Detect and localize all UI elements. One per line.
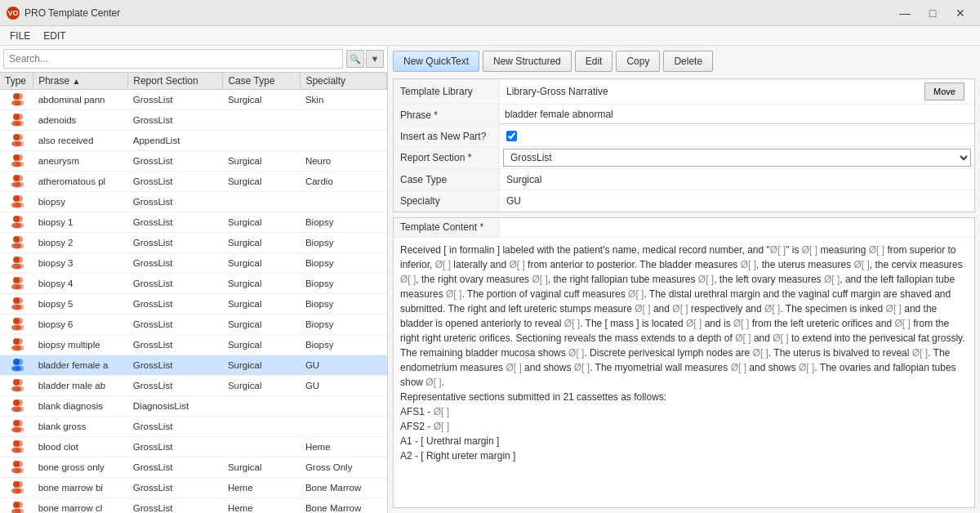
phrase-label: Phrase * [394,105,500,125]
row-case-type: Surgical [223,151,301,172]
row-phrase: also received [33,131,128,151]
row-case-type: Surgical [223,90,301,110]
svg-point-46 [16,318,23,324]
table-row[interactable]: bone marrow cl GrossList Heme Bone Marro… [0,498,387,514]
report-section-row: Report Section * GrossList [394,147,974,169]
row-phrase: bladder female a [33,355,128,376]
field-marker: Ø[ ] [698,274,714,285]
table-row[interactable]: biopsy 6 GrossList Surgical Biopsy [0,314,387,335]
template-library-value: Library-Gross Narrative [506,86,608,97]
field-marker: Ø[ ] [672,303,688,314]
copy-button[interactable]: Copy [616,51,660,72]
case-type-value: Surgical [500,171,974,189]
row-type-icon [0,457,33,478]
col-type[interactable]: Type [0,73,33,90]
field-marker: Ø[ ] [686,318,702,329]
table-row[interactable]: blood clot GrossList Heme [0,437,387,457]
row-specialty: Biopsy [301,233,387,253]
new-quicktext-button[interactable]: New QuickText [393,51,479,72]
row-specialty: Cardio [301,172,387,192]
table-row[interactable]: bone gross only GrossList Surgical Gross… [0,457,387,478]
row-case-type: Surgical [223,314,301,335]
row-type-icon [0,212,33,233]
row-specialty: Biopsy [301,314,387,335]
table-row[interactable]: bladder female a GrossList Surgical GU [0,355,387,376]
insert-as-new-part-checkbox[interactable] [506,131,517,141]
specialty-row: Specialty GU [394,190,974,212]
menu-edit[interactable]: EDIT [37,29,72,43]
table-row[interactable]: biopsy 1 GrossList Surgical Biopsy [0,212,387,233]
edit-button[interactable]: Edit [575,51,613,72]
table-row[interactable]: bladder male ab GrossList Surgical GU [0,376,387,396]
table-row[interactable]: also received AppendList [0,131,387,151]
row-type-icon [0,417,33,437]
field-marker: Ø[ ] [446,288,461,300]
phrase-input[interactable] [500,106,974,124]
field-marker: Ø[ ] [802,244,817,256]
svg-point-54 [16,359,23,365]
close-button[interactable]: ✕ [947,5,973,21]
row-case-type [223,437,301,457]
row-phrase: bone marrow cl [33,498,128,514]
row-report-section: DiagnosisList [128,396,223,417]
report-section-label: Report Section * [394,147,500,168]
field-marker: Ø[ ] [894,318,910,329]
row-type-icon [0,355,33,376]
search-icon-btn[interactable]: 🔍 [346,50,364,68]
table-row[interactable]: bone marrow bi GrossList Heme Bone Marro… [0,478,387,498]
minimize-button[interactable]: — [892,5,918,21]
field-content: in formalin [449,244,494,256]
col-report-section[interactable]: Report Section [128,73,223,90]
table-row[interactable]: blank diagnosis DiagnosisList [0,396,387,417]
maximize-button[interactable]: □ [920,5,946,21]
template-content-body[interactable]: Received [ in formalin ] labeled with th… [394,238,974,466]
move-button[interactable]: Move [924,83,964,100]
row-phrase: biopsy multiple [33,335,128,355]
table-row[interactable]: abdominal pann GrossList Surgical Skin [0,90,387,110]
field-marker: Ø[ ] [886,303,902,314]
table-row[interactable]: aneurysm GrossList Surgical Neuro [0,151,387,172]
filter-icon-btn[interactable]: ▼ [366,50,384,68]
title-bar-left: VO PRO Template Center [7,7,120,20]
row-specialty: Skin [301,90,387,110]
new-structured-button[interactable]: New Structured [483,51,572,72]
form-section: Template Library Library-Gross Narrative… [393,78,975,212]
report-section-select[interactable]: GrossList [503,149,971,167]
row-case-type: Surgical [223,212,301,233]
field-content: Left ureter margin [426,465,504,466]
row-report-section: GrossList [128,457,223,478]
field-marker: Ø[ ] [574,362,590,373]
table-row[interactable]: adenoids GrossList [0,110,387,131]
table-row[interactable]: biopsy 2 GrossList Surgical Biopsy [0,233,387,253]
table-row[interactable]: biopsy 4 GrossList Surgical Biopsy [0,274,387,294]
row-phrase: biopsy 4 [33,274,128,294]
specialty-label: Specialty [394,190,500,212]
svg-point-30 [16,236,23,243]
field-marker: Ø[ ] [434,421,449,432]
menu-file[interactable]: FILE [3,29,37,43]
col-specialty[interactable]: Specialty [301,73,387,90]
table-row[interactable]: biopsy GrossList [0,192,387,212]
content-line: Representative sections submitted in 21 … [400,390,968,404]
table-row[interactable]: atheromatous pl GrossList Surgical Cardi… [0,172,387,192]
table-row[interactable]: biopsy multiple GrossList Surgical Biops… [0,335,387,355]
row-type-icon [0,90,33,110]
svg-point-26 [16,216,23,222]
row-specialty: Heme [301,437,387,457]
col-phrase[interactable]: Phrase ▲ [33,73,128,90]
insert-as-new-part-label: Insert as New Part? [394,126,500,146]
table-row[interactable]: biopsy 3 GrossList Surgical Biopsy [0,253,387,274]
col-case-type[interactable]: Case Type [223,73,301,90]
row-phrase: biopsy 1 [33,212,128,233]
row-type-icon [0,131,33,151]
search-input[interactable] [3,49,343,69]
delete-button[interactable]: Delete [663,51,713,72]
template-content-label: Template Content * [394,218,500,237]
field-content: mass [610,318,634,329]
row-specialty [301,131,387,151]
svg-point-10 [16,134,23,141]
search-bar: 🔍 ▼ [0,46,387,73]
table-row[interactable]: blank gross GrossList [0,417,387,437]
row-report-section: GrossList [128,376,223,396]
table-row[interactable]: biopsy 5 GrossList Surgical Biopsy [0,294,387,314]
